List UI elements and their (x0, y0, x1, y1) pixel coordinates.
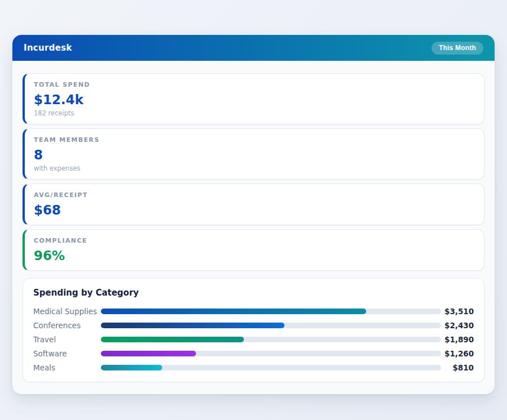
category-label: Conferences (33, 321, 101, 330)
category-label: Medical Supplies (33, 307, 101, 316)
bar-fill (101, 323, 284, 328)
chart-row-conferences: Conferences $2,430 (33, 318, 474, 332)
stat-label: AVG/RECEIPT (34, 191, 474, 199)
chart-row-software: Software $1,260 (33, 346, 474, 360)
chart-row-meals: Meals $810 (33, 360, 474, 374)
stat-value: $68 (34, 202, 474, 218)
chart-title: Spending by Category (33, 288, 474, 298)
stat-subtext: 182 receipts (34, 109, 474, 117)
stat-card-compliance: COMPLIANCE 96% (23, 229, 484, 271)
chart-row-travel: Travel $1,890 (33, 332, 474, 346)
bar-track (101, 323, 441, 328)
stat-card-avg-receipt: AVG/RECEIPT $68 (23, 184, 484, 225)
stat-label: TOTAL SPEND (34, 81, 474, 88)
bar-track (101, 337, 441, 342)
main-content: TOTAL SPEND $12.4k 182 receipts TEAM MEM… (12, 61, 495, 394)
chart-row-medical-supplies: Medical Supplies $3,510 (33, 304, 474, 318)
app-title: Incurdesk (24, 43, 72, 53)
stat-value: 96% (34, 248, 474, 263)
category-label: Software (33, 349, 101, 358)
stat-subtext: with expenses (34, 164, 474, 172)
bar-track (101, 351, 441, 356)
category-value: $3,510 (444, 307, 474, 316)
category-label: Meals (33, 363, 101, 372)
category-value: $1,890 (444, 335, 474, 344)
bar-fill (101, 351, 196, 356)
stat-value: $12.4k (34, 92, 474, 108)
bar-track (101, 365, 441, 370)
dashboard-container: Incurdesk This Month TOTAL SPEND $12.4k … (12, 35, 495, 394)
category-value: $2,430 (444, 321, 474, 330)
header: Incurdesk This Month (12, 35, 495, 61)
spending-chart-card: Spending by Category Medical Supplies $3… (23, 278, 484, 382)
stat-card-total-spend: TOTAL SPEND $12.4k 182 receipts (23, 73, 484, 124)
stat-value: 8 (34, 147, 474, 163)
stat-label: COMPLIANCE (34, 237, 474, 244)
bar-fill (101, 337, 244, 342)
stat-label: TEAM MEMBERS (34, 136, 474, 144)
category-value: $1,260 (444, 349, 474, 358)
category-value: $810 (444, 363, 474, 372)
category-label: Travel (33, 335, 101, 344)
stat-card-team-members: TEAM MEMBERS 8 with expenses (23, 128, 484, 180)
bar-fill (101, 309, 366, 314)
bar-track (101, 309, 441, 314)
bar-fill (101, 365, 162, 370)
period-badge[interactable]: This Month (432, 42, 483, 55)
